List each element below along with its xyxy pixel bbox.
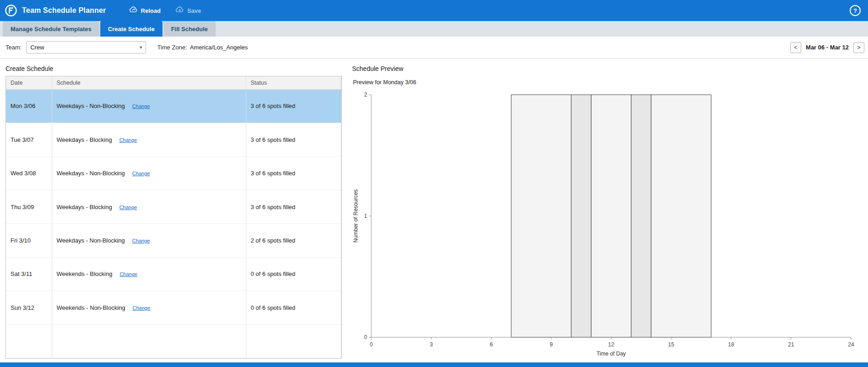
row-schedule: Weekends - Non-Blocking	[57, 304, 125, 311]
table-row-wed[interactable]: Wed 3/08 Weekdays - Non-BlockingChange 3…	[6, 157, 341, 190]
tab-manage-schedule-templates[interactable]: Manage Schedule Templates	[3, 21, 99, 37]
schedule-table-box: Date Schedule Status Mon 3/06 Weekdays -…	[5, 76, 342, 359]
app-header: Team Schedule Planner Reload Save	[0, 0, 868, 21]
change-link[interactable]: Change	[132, 171, 150, 176]
save-button[interactable]: Save	[173, 4, 204, 17]
table-header-row: Date Schedule Status	[6, 76, 341, 89]
main-content: Create Schedule Date Schedule Status Mon…	[0, 59, 868, 362]
row-date: Fri 3/10	[6, 224, 52, 257]
table-row-mon[interactable]: Mon 3/06 Weekdays - Non-BlockingChange 3…	[6, 89, 341, 123]
row-status: 2 of 6 spots filled	[246, 224, 341, 257]
row-schedule: Weekdays - Non-Blocking	[57, 237, 125, 244]
prev-week-button[interactable]: <	[790, 42, 801, 53]
help-icon: ?	[853, 7, 857, 14]
app-title: Team Schedule Planner	[22, 6, 106, 15]
team-label: Team:	[5, 44, 22, 51]
change-link[interactable]: Change	[119, 205, 137, 210]
change-link[interactable]: Change	[132, 238, 150, 243]
next-week-button[interactable]: >	[853, 42, 864, 53]
svg-text:18: 18	[728, 341, 734, 348]
timezone-value: America/Los_Angeles	[190, 44, 248, 51]
row-status: 3 of 6 spots filled	[246, 157, 341, 190]
change-link[interactable]: Change	[132, 103, 150, 109]
table-row-tue[interactable]: Tue 3/07 Weekdays - BlockingChange 3 of …	[6, 123, 341, 156]
reload-label: Reload	[141, 7, 161, 14]
team-select-value: Crew	[30, 44, 44, 51]
svg-text:1: 1	[364, 213, 367, 219]
row-status: 3 of 6 spots filled	[246, 123, 341, 156]
toolbar: Team: Crew ▾ Time Zone: America/Los_Ange…	[0, 37, 868, 59]
column-header-status: Status	[246, 76, 341, 89]
cloud-upload-icon	[175, 5, 184, 16]
row-schedule: Weekdays - Non-Blocking	[57, 170, 125, 177]
app-logo-icon	[5, 4, 17, 17]
change-link[interactable]: Change	[133, 305, 151, 311]
table-filler	[6, 324, 341, 358]
svg-text:2: 2	[364, 92, 367, 98]
svg-text:Time of Day: Time of Day	[597, 351, 626, 357]
row-date: Sat 3/11	[6, 257, 52, 291]
row-status: 3 of 6 spots filled	[246, 190, 341, 223]
chevron-down-icon: ▾	[140, 44, 142, 50]
row-date: Wed 3/08	[6, 157, 52, 190]
svg-text:6: 6	[490, 341, 493, 348]
tab-bar: Manage Schedule Templates Create Schedul…	[0, 21, 868, 37]
schedule-preview-panel: Schedule Preview Preview for Monday 3/06…	[342, 62, 863, 362]
svg-text:12: 12	[608, 341, 614, 348]
svg-text:0: 0	[370, 341, 373, 348]
row-date: Mon 3/06	[6, 89, 52, 123]
row-status: 0 of 6 spots filled	[246, 291, 341, 324]
svg-text:21: 21	[788, 341, 794, 348]
week-range: Mar 06 - Mar 12	[806, 44, 849, 51]
row-schedule: Weekends - Blocking	[57, 270, 113, 277]
svg-text:Number of Resources: Number of Resources	[353, 189, 359, 243]
table-row-fri[interactable]: Fri 3/10 Weekdays - Non-BlockingChange 2…	[6, 224, 341, 257]
preview-title: Schedule Preview	[352, 65, 863, 72]
timezone-label: Time Zone:	[157, 44, 187, 51]
help-button[interactable]: ?	[850, 5, 861, 16]
row-status: 3 of 6 spots filled	[246, 89, 341, 123]
svg-text:3: 3	[430, 341, 433, 348]
change-link[interactable]: Change	[119, 137, 137, 143]
preview-subtitle: Preview for Monday 3/06	[353, 79, 863, 86]
column-header-schedule: Schedule	[52, 76, 246, 89]
row-status: 0 of 6 spots filled	[246, 257, 341, 291]
svg-text:0: 0	[364, 334, 367, 340]
create-schedule-panel: Create Schedule Date Schedule Status Mon…	[5, 62, 342, 362]
row-schedule: Weekdays - Blocking	[57, 136, 112, 143]
app-window: Team Schedule Planner Reload Save	[0, 0, 868, 367]
schedule-preview-chart: 03691215182124012Time of DayNumber of Re…	[352, 86, 860, 361]
table-row-sat[interactable]: Sat 3/11 Weekends - BlockingChange 0 of …	[6, 257, 341, 291]
save-label: Save	[187, 7, 201, 14]
row-schedule: Weekdays - Non-Blocking	[57, 103, 125, 109]
row-date: Thu 3/09	[6, 190, 52, 223]
schedule-table: Date Schedule Status Mon 3/06 Weekdays -…	[6, 76, 341, 358]
row-schedule: Weekdays - Blocking	[57, 204, 112, 210]
team-select[interactable]: Crew ▾	[26, 41, 146, 54]
svg-text:24: 24	[848, 341, 854, 348]
column-header-date: Date	[6, 76, 52, 89]
create-schedule-title: Create Schedule	[5, 65, 342, 72]
row-date: Tue 3/07	[6, 123, 52, 156]
tab-fill-schedule[interactable]: Fill Schedule	[163, 21, 216, 37]
change-link[interactable]: Change	[119, 271, 137, 277]
row-date: Sun 3/12	[6, 291, 52, 324]
reload-button[interactable]: Reload	[126, 4, 163, 17]
cloud-reload-icon	[129, 5, 138, 16]
table-row-sun[interactable]: Sun 3/12 Weekends - Non-BlockingChange 0…	[6, 291, 341, 324]
svg-text:9: 9	[550, 341, 553, 348]
tab-create-schedule[interactable]: Create Schedule	[100, 21, 163, 37]
bottom-bar	[0, 362, 868, 367]
svg-text:15: 15	[668, 341, 674, 348]
table-row-thu[interactable]: Thu 3/09 Weekdays - BlockingChange 3 of …	[6, 190, 341, 223]
